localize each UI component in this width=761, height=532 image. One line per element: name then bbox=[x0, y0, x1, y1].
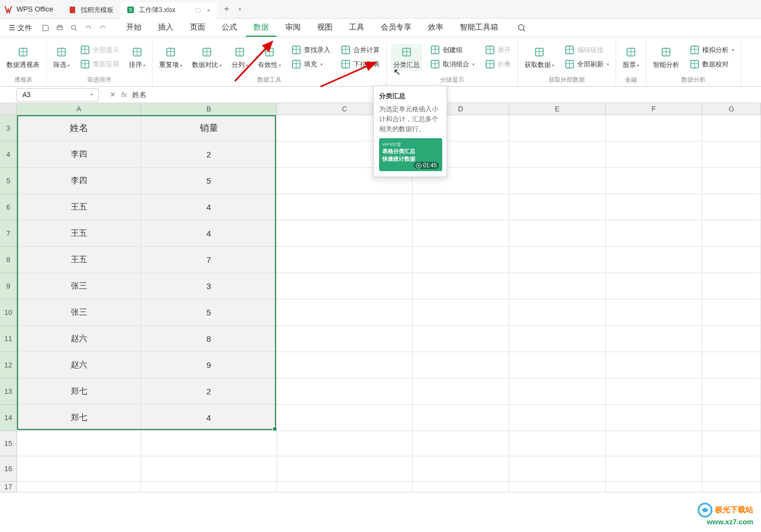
cell-C13[interactable] bbox=[277, 378, 413, 405]
cell-B14[interactable]: 4 bbox=[141, 405, 277, 431]
cell-F14[interactable] bbox=[606, 405, 702, 431]
menu-审阅[interactable]: 审阅 bbox=[278, 19, 308, 37]
cell-E14[interactable] bbox=[509, 405, 606, 431]
cell-G15[interactable] bbox=[702, 431, 761, 456]
cell-C11[interactable] bbox=[277, 326, 413, 352]
tab-more-icon[interactable]: ▢ bbox=[195, 7, 201, 14]
cell-A4[interactable]: 李四 bbox=[17, 142, 141, 168]
redo-icon[interactable] bbox=[98, 23, 108, 33]
cell-F9[interactable] bbox=[606, 273, 702, 299]
cell-F8[interactable] bbox=[606, 247, 702, 273]
cell-D17[interactable] bbox=[413, 482, 509, 493]
cell-B5[interactable]: 5 bbox=[141, 168, 277, 194]
cancel-icon[interactable]: ✕ bbox=[110, 90, 116, 99]
row-header-8[interactable]: 8 bbox=[0, 247, 17, 273]
cell-C8[interactable] bbox=[277, 247, 413, 273]
cell-G7[interactable] bbox=[702, 220, 761, 247]
tab-templates[interactable]: 找稻壳模板 bbox=[62, 2, 120, 19]
cell-A14[interactable]: 郑七 bbox=[17, 405, 141, 431]
menu-会员专享[interactable]: 会员专享 bbox=[373, 19, 419, 37]
cell-E9[interactable] bbox=[509, 273, 606, 299]
menu-工具[interactable]: 工具 bbox=[341, 19, 372, 37]
cell-F13[interactable] bbox=[606, 378, 702, 405]
cell-C6[interactable] bbox=[277, 194, 413, 220]
ribbon-有效性[interactable]: 有效性▾ bbox=[256, 44, 283, 71]
ribbon-全部刷新[interactable]: 全部刷新▾ bbox=[562, 58, 611, 71]
menu-效率[interactable]: 效率 bbox=[420, 19, 451, 37]
cell-D15[interactable] bbox=[413, 431, 509, 456]
cell-E10[interactable] bbox=[509, 299, 606, 326]
row-header-12[interactable]: 12 bbox=[0, 352, 17, 378]
cell-B17[interactable] bbox=[141, 482, 277, 493]
tab-workbook[interactable]: S 工作簿3.xlsx ▢ • bbox=[120, 2, 217, 19]
cell-G4[interactable] bbox=[702, 142, 761, 168]
cell-F7[interactable] bbox=[606, 220, 702, 247]
menu-数据[interactable]: 数据 bbox=[246, 19, 277, 37]
col-header-E[interactable]: E bbox=[509, 103, 606, 115]
new-tab-button[interactable]: ＋ bbox=[217, 3, 236, 15]
row-header-15[interactable]: 15 bbox=[0, 431, 17, 456]
row-header-4[interactable]: 4 bbox=[0, 142, 17, 168]
cell-B6[interactable]: 4 bbox=[141, 194, 277, 220]
cell-G8[interactable] bbox=[702, 247, 761, 273]
ribbon-数据对比[interactable]: 数据对比▾ bbox=[190, 44, 224, 71]
cell-E6[interactable] bbox=[509, 194, 606, 220]
cell-D7[interactable] bbox=[413, 220, 509, 247]
fx-icon[interactable]: fx bbox=[121, 90, 127, 99]
row-header-9[interactable]: 9 bbox=[0, 273, 17, 299]
cell-E4[interactable] bbox=[509, 142, 606, 168]
cell-E12[interactable] bbox=[509, 352, 606, 378]
cell-G16[interactable] bbox=[702, 456, 761, 482]
ribbon-智能分析[interactable]: 智能分析 bbox=[651, 44, 681, 71]
menu-开始[interactable]: 开始 bbox=[119, 19, 149, 37]
cell-G11[interactable] bbox=[702, 326, 761, 352]
cell-D14[interactable] bbox=[413, 405, 509, 431]
ribbon-填充[interactable]: 填充▾ bbox=[289, 58, 332, 71]
col-header-G[interactable]: G bbox=[702, 103, 761, 115]
cell-A15[interactable] bbox=[17, 431, 141, 456]
cell-E5[interactable] bbox=[509, 168, 606, 194]
cell-A7[interactable]: 王五 bbox=[17, 220, 141, 247]
ribbon-合并计算[interactable]: 合并计算 bbox=[338, 43, 382, 56]
select-all-corner[interactable] bbox=[0, 103, 17, 115]
cell-A16[interactable] bbox=[17, 456, 141, 482]
cell-C10[interactable] bbox=[277, 299, 413, 326]
ribbon-数据校对[interactable]: 数据校对 bbox=[687, 58, 736, 71]
cell-D10[interactable] bbox=[413, 299, 509, 326]
cell-B10[interactable]: 5 bbox=[141, 299, 277, 326]
print-preview-icon[interactable] bbox=[69, 23, 79, 33]
cell-B4[interactable]: 2 bbox=[141, 142, 277, 168]
undo-icon[interactable] bbox=[83, 23, 93, 33]
cell-A10[interactable]: 张三 bbox=[17, 299, 141, 326]
cell-A11[interactable]: 赵六 bbox=[17, 326, 141, 352]
ribbon-重复项[interactable]: 重复项▾ bbox=[157, 44, 184, 71]
cell-G9[interactable] bbox=[702, 273, 761, 299]
cell-D8[interactable] bbox=[413, 247, 509, 273]
cell-E17[interactable] bbox=[509, 482, 606, 493]
row-header-17[interactable]: 17 bbox=[0, 482, 17, 493]
row-header-16[interactable]: 16 bbox=[0, 456, 17, 482]
col-header-B[interactable]: B bbox=[141, 103, 277, 115]
cell-E3[interactable] bbox=[509, 115, 606, 142]
ribbon-分类汇总[interactable]: 分类汇总 bbox=[391, 44, 422, 71]
row-header-13[interactable]: 13 bbox=[0, 378, 17, 405]
ribbon-创建组[interactable]: 创建组 bbox=[427, 43, 477, 56]
cell-B7[interactable]: 4 bbox=[141, 220, 277, 247]
cell-A5[interactable]: 李四 bbox=[17, 168, 141, 194]
cell-B13[interactable]: 2 bbox=[141, 378, 277, 405]
ribbon-数据透视表[interactable]: 数据透视表 bbox=[4, 44, 42, 71]
cell-A13[interactable]: 郑七 bbox=[17, 378, 141, 405]
row-header-3[interactable]: 3 bbox=[0, 115, 17, 142]
cell-G6[interactable] bbox=[702, 194, 761, 220]
cell-F6[interactable] bbox=[606, 194, 702, 220]
cell-F11[interactable] bbox=[606, 326, 702, 352]
cell-E16[interactable] bbox=[509, 456, 606, 482]
cell-C15[interactable] bbox=[277, 431, 413, 456]
cell-D16[interactable] bbox=[413, 456, 509, 482]
cell-F16[interactable] bbox=[606, 456, 702, 482]
cell-G13[interactable] bbox=[702, 378, 761, 405]
cell-F12[interactable] bbox=[606, 352, 702, 378]
cell-G10[interactable] bbox=[702, 299, 761, 326]
cell-B16[interactable] bbox=[141, 456, 277, 482]
cell-D12[interactable] bbox=[413, 352, 509, 378]
